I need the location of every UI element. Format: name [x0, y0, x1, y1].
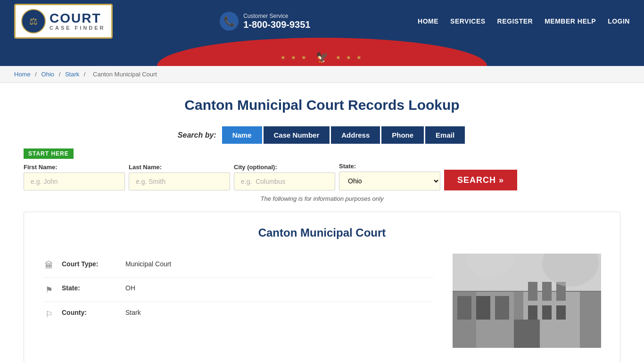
svg-rect-13: [556, 305, 566, 320]
search-form: First Name: Last Name: City (optional): …: [24, 163, 620, 190]
tab-case-number[interactable]: Case Number: [264, 126, 330, 144]
city-input[interactable]: [234, 173, 335, 190]
breadcrumb-stark[interactable]: Stark: [65, 71, 79, 78]
nav-home[interactable]: HOME: [418, 17, 438, 25]
tab-phone[interactable]: Phone: [381, 126, 424, 144]
tab-email[interactable]: Email: [425, 126, 465, 144]
first-name-group: First Name:: [24, 164, 125, 190]
header-arc: ★ ★ ★ 🦅 ★ ★ ★: [0, 42, 644, 66]
start-here-badge: START HERE: [24, 148, 74, 159]
svg-rect-7: [495, 296, 509, 320]
court-card-body: 🏛 Court Type: Municipal Court ⚑ State: O…: [43, 254, 601, 348]
court-card: Canton Municipal Court 🏛 Court Type: Mun…: [24, 212, 620, 362]
state-group: State: AlabamaAlaskaArizonaArkansasCalif…: [339, 163, 440, 190]
state-label-row: State:: [62, 284, 118, 292]
svg-rect-5: [457, 296, 471, 320]
court-card-title: Canton Municipal Court: [43, 226, 601, 239]
tab-address[interactable]: Address: [331, 126, 380, 144]
tab-name[interactable]: Name: [222, 126, 262, 144]
nav-member-help[interactable]: MEMBER HELP: [545, 17, 596, 25]
breadcrumb-sep-3: /: [84, 71, 87, 78]
search-by-row: Search by: Name Case Number Address Phon…: [24, 126, 620, 144]
logo-area: ⚖ COURT CASE FINDER: [14, 4, 113, 39]
logo-emblem: ⚖: [21, 9, 46, 33]
breadcrumb-ohio[interactable]: Ohio: [41, 71, 54, 78]
state-icon: ⚑: [43, 285, 55, 295]
court-image: [453, 254, 601, 348]
county-icon: ⚐: [43, 309, 55, 320]
city-group: City (optional):: [234, 164, 335, 190]
logo-case-finder-text: CASE FINDER: [50, 25, 106, 31]
arc-eagle: ★ ★ ★ 🦅 ★ ★ ★: [281, 51, 363, 64]
state-label: State:: [339, 163, 440, 170]
state-select[interactable]: AlabamaAlaskaArizonaArkansasCaliforniaCo…: [339, 172, 440, 190]
info-text: The following is for information purpose…: [24, 195, 620, 202]
svg-rect-6: [476, 296, 490, 320]
county-row: ⚐ County: Stark: [43, 302, 434, 326]
court-image-area: [453, 254, 601, 348]
county-value: Stark: [125, 309, 141, 316]
header: ⚖ COURT CASE FINDER 📞 Customer Service 1…: [0, 0, 644, 66]
nav-services[interactable]: SERVICES: [450, 17, 486, 25]
logo-court-text: COURT: [50, 12, 106, 25]
customer-service: 📞 Customer Service 1-800-309-9351: [220, 12, 310, 31]
last-name-group: Last Name:: [129, 164, 230, 190]
eagle-symbol: 🦅: [316, 51, 329, 64]
search-button[interactable]: SEARCH »: [444, 170, 517, 190]
court-type-icon: 🏛: [43, 261, 55, 271]
last-name-input[interactable]: [129, 173, 230, 190]
breadcrumb-sep-2: /: [59, 71, 62, 78]
nav-register[interactable]: REGISTER: [497, 17, 533, 25]
phone-icon: 📞: [220, 12, 239, 31]
nav-login[interactable]: LOGIN: [608, 17, 630, 25]
court-type-label: Court Type:: [62, 260, 118, 268]
logo-text-block: COURT CASE FINDER: [50, 12, 106, 31]
logo-box: ⚖ COURT CASE FINDER: [14, 4, 113, 39]
city-label: City (optional):: [234, 164, 335, 171]
breadcrumb-home[interactable]: Home: [14, 71, 31, 78]
state-value: OH: [125, 284, 135, 292]
svg-rect-12: [542, 305, 552, 320]
main-nav: HOME SERVICES REGISTER MEMBER HELP LOGIN: [418, 17, 630, 25]
main-content: Canton Municipal Court Records Lookup Se…: [0, 83, 644, 362]
court-info-list: 🏛 Court Type: Municipal Court ⚑ State: O…: [43, 254, 434, 348]
svg-rect-15: [514, 320, 540, 348]
breadcrumb-sep-1: /: [35, 71, 38, 78]
svg-rect-11: [528, 305, 537, 320]
page-title: Canton Municipal Court Records Lookup: [24, 97, 620, 113]
cs-details: Customer Service 1-800-309-9351: [243, 13, 310, 30]
court-type-row: 🏛 Court Type: Municipal Court: [43, 254, 434, 278]
cs-label: Customer Service: [243, 13, 310, 19]
court-type-value: Municipal Court: [125, 260, 171, 268]
breadcrumb: Home / Ohio / Stark / Canton Municipal C…: [0, 66, 644, 83]
search-by-label: Search by:: [178, 131, 216, 140]
arc-stars-right: ★ ★ ★: [336, 54, 364, 61]
county-label: County:: [62, 309, 118, 316]
cs-phone: 1-800-309-9351: [243, 19, 310, 30]
first-name-input[interactable]: [24, 173, 125, 190]
arc-stars-left: ★ ★ ★: [281, 54, 309, 61]
last-name-label: Last Name:: [129, 164, 230, 171]
state-row: ⚑ State: OH: [43, 278, 434, 302]
breadcrumb-current: Canton Municipal Court: [93, 71, 157, 78]
first-name-label: First Name:: [24, 164, 125, 171]
